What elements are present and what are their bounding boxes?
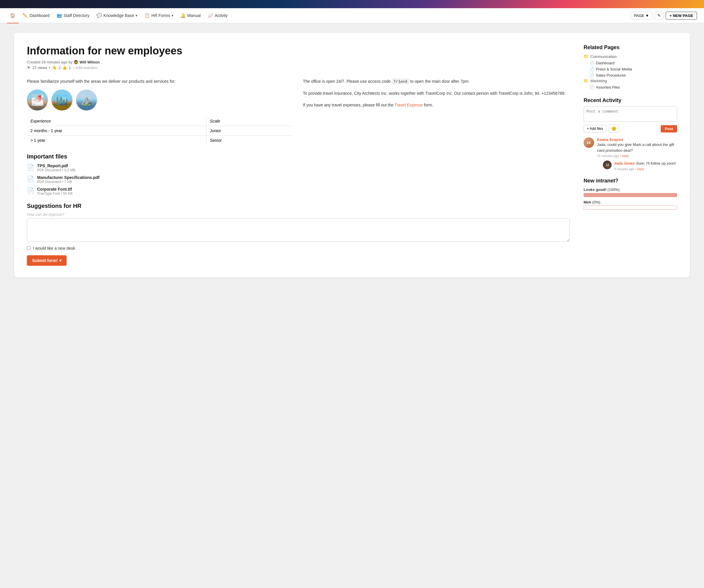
submit-dropdown-icon: ▾ (59, 258, 61, 263)
thumbs-count: 1 (69, 65, 71, 70)
sidebar-category: 📁Marketing📄Assorted Files (584, 78, 677, 90)
comment-meta: 15 minutes ago • reply (597, 154, 677, 158)
reply-avatar: JJ (603, 161, 612, 169)
views-icon: 👁 (27, 65, 31, 70)
new-desk-label: I would like a new desk (33, 246, 75, 251)
new-page-button[interactable]: + NEW PAGE (666, 12, 697, 19)
reply-link[interactable]: reply (637, 167, 644, 171)
meta-row: Created 29 minutes ago by 🧔 Will Wilson … (27, 60, 570, 64)
table-row: > 1 yearSenior (27, 136, 294, 145)
nav-manual[interactable]: 🔔 Manual (177, 11, 204, 20)
sidebar-page-item[interactable]: 📄Assorted Files (584, 84, 677, 90)
comments-list: EE Emma Enqvist Jada, could you give Mar… (584, 138, 677, 171)
comment-actions: + Add files 🙂 Post (584, 124, 677, 133)
right-col: The office is open 24/7. Please use acce… (303, 78, 570, 145)
sidebar-page-item[interactable]: 📄Press & Social Media (584, 66, 677, 72)
related-pages-title: Related Pages (584, 44, 677, 51)
thumbs-emoji: 👍 (62, 65, 67, 70)
expense-text: If you have any travel expenses, please … (303, 102, 570, 108)
wave-count: 2 (58, 65, 60, 70)
main-card: Information for new employees Created 29… (14, 33, 690, 277)
avatar: EE (584, 138, 594, 148)
office-text: The office is open 24/7. Please use acce… (303, 78, 570, 85)
poll-label: Looks good! (100%) (584, 188, 677, 192)
sidebar-page-item[interactable]: 📄Dashboard (584, 60, 677, 66)
submit-button[interactable]: Submit form! ▾ (27, 255, 67, 266)
nav-knowledge-base[interactable]: 💬 Knowledge Base ▾ (94, 11, 140, 20)
staff-icon: 👥 (57, 13, 62, 18)
add-files-button[interactable]: + Add files (584, 125, 606, 132)
suggestions-title: Suggestions for HR (27, 203, 570, 209)
knowledge-dropdown-icon: ▾ (135, 14, 137, 17)
amsterdam-image (51, 90, 72, 111)
nav-hr-forms[interactable]: 📋 HR Forms ▾ (141, 11, 176, 20)
folder-icon: 📁 (584, 54, 589, 59)
file-item: 📄 Manufacturer Specifications.pdf PDF Do… (27, 175, 570, 184)
nav-dashboard[interactable]: ✏️ Dashboard (19, 11, 53, 20)
poll-item: Looks good! (100%) (584, 188, 677, 197)
views-count: 27 views (33, 65, 47, 70)
poll-label: Meh (0%) (584, 200, 677, 204)
emoji-icon: 🙂 (611, 126, 616, 131)
new-page-label: + NEW PAGE (669, 13, 693, 18)
table-row: 2 months - 1 yearJunior (27, 126, 294, 136)
comment-author: Emma Enqvist (597, 138, 677, 142)
new-intranet-title: New intranet? (584, 178, 677, 184)
reply-link[interactable]: reply (622, 154, 629, 158)
page-title: Information for new employees (27, 44, 570, 57)
files-section-title: Important files (27, 153, 570, 160)
dashboard-icon: ✏️ (22, 13, 28, 18)
experience-table: Experience Scale 2 months - 1 yearJunior… (27, 116, 294, 145)
file-icon: 📄 (27, 175, 34, 182)
nav-left: 🏠 ✏️ Dashboard 👥 Staff Directory 💬 Knowl… (7, 11, 631, 20)
nav-home[interactable]: 🏠 (7, 11, 18, 20)
doc-icon: 📄 (589, 73, 594, 77)
nav-staff-directory[interactable]: 👥 Staff Directory (54, 11, 92, 20)
manual-icon: 🔔 (180, 13, 186, 18)
nav-manual-label: Manual (187, 13, 201, 18)
suggestions-placeholder-text: How can we improve? (27, 212, 570, 217)
add-reaction[interactable]: – Add reaction.. (73, 65, 99, 70)
nav-activity[interactable]: 📈 Activity (205, 11, 231, 20)
comment-text: Jada, could you give Mark a call about t… (597, 142, 677, 153)
author-name: Will Wilson (79, 60, 100, 64)
files-list: 📄 TPS_Report.pdf PDF Document • 0.2 MB 📄… (27, 163, 570, 196)
file-icon: 📄 (27, 164, 34, 171)
comment-input[interactable] (584, 106, 677, 122)
poll-list: Looks good! (100%) Meh (0%) (584, 188, 677, 210)
doc-icon: 📄 (589, 85, 594, 90)
reply-meta: 9 minutes ago • reply (614, 167, 676, 171)
page-button-label: PAGE ▼ (634, 13, 649, 18)
page-name: Dashboard (596, 61, 614, 65)
edit-button[interactable]: ✎ (655, 11, 663, 19)
created-text: Created 29 minutes ago by (27, 60, 72, 64)
sidebar-page-item[interactable]: 📄Sales Procedures (584, 72, 677, 78)
travel-expense-link[interactable]: Travel Expense (395, 103, 423, 107)
wave-emoji: 👋 (52, 65, 57, 70)
page-button[interactable]: PAGE ▼ (631, 12, 652, 19)
file-meta: TrueType Font • 55 KB (37, 192, 72, 196)
edit-icon: ✎ (657, 13, 661, 18)
suggestions-textarea[interactable] (27, 218, 570, 242)
poll-bar-outer (584, 206, 677, 210)
recent-activity-title: Recent Activity (584, 97, 677, 104)
file-name: TPS_Report.pdf (37, 163, 75, 168)
reactions-row: 👁 27 views • 👋 2 👍 1 – Add reaction.. (27, 65, 570, 70)
sidebar: Related Pages 📁Communication📄Dashboard📄P… (584, 44, 677, 266)
comment-block: EE Emma Enqvist Jada, could you give Mar… (584, 138, 677, 171)
new-desk-checkbox[interactable] (27, 246, 31, 250)
file-meta: PDF Document • 7 KB (37, 180, 99, 184)
post-button[interactable]: Post (661, 125, 677, 132)
page-name: Assorted Files (596, 85, 620, 90)
file-meta: PDF Document • 0.2 MB (37, 168, 75, 172)
travel-text: To provide travel insurance, City Archit… (303, 90, 570, 97)
nav-activity-label: Activity (215, 13, 228, 18)
category-name: Marketing (590, 78, 607, 83)
submit-button-label: Submit form! (32, 258, 58, 263)
home-icon: 🏠 (10, 13, 15, 18)
knowledge-icon: 💬 (97, 13, 102, 18)
circle-images (27, 90, 294, 111)
bridge-image (27, 90, 48, 111)
emoji-button[interactable]: 🙂 (609, 124, 619, 133)
left-col: Please familiarize yourself with the are… (27, 78, 294, 145)
